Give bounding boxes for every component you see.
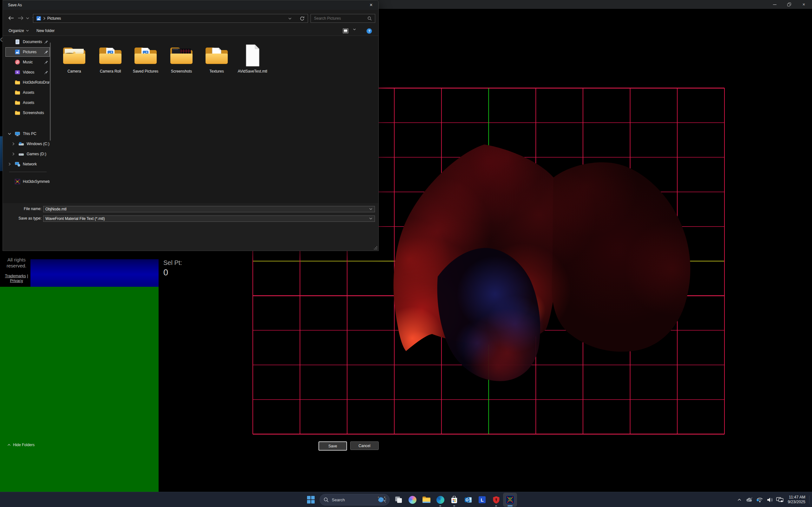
onedrive-tray-icon[interactable] — [745, 493, 754, 506]
running-indicator — [495, 505, 497, 506]
legal-links: Trademarks | Privacy — [2, 274, 31, 283]
search-box[interactable] — [310, 14, 375, 23]
app-close-button[interactable]: × — [797, 0, 811, 9]
sidebar-item-pictures[interactable]: Pictures — [5, 47, 50, 57]
taskbar-center: Search O L — [304, 492, 517, 507]
refresh-button[interactable] — [296, 16, 308, 21]
help-icon: ? — [366, 28, 372, 34]
save-label: Save — [328, 444, 337, 448]
file-label: AVidSaveTest.mtl — [236, 69, 269, 73]
sidebar-item-music[interactable]: Music — [5, 57, 50, 67]
help-button[interactable]: ? — [366, 28, 372, 34]
chevron-up-icon — [7, 444, 11, 446]
sidebar-item-network[interactable]: Network — [5, 159, 50, 169]
resize-grip[interactable] — [374, 246, 377, 250]
save-as-type-select[interactable]: WaveFront Material File Text (*.mtl) — [43, 216, 375, 222]
privacy-link[interactable]: Privacy — [10, 279, 23, 283]
microsoft-store-button[interactable] — [447, 493, 461, 507]
folder-screenshot-icon — [168, 44, 195, 67]
dialog-close-button[interactable]: × — [364, 0, 378, 10]
task-view-button[interactable] — [392, 493, 405, 507]
cancel-button[interactable]: Cancel — [350, 441, 379, 450]
volume-tray-icon[interactable] — [765, 493, 774, 506]
file-label: Screenshots — [165, 69, 198, 73]
chevron-down-icon — [26, 30, 29, 32]
file-item-screenshots[interactable]: Screenshots — [165, 44, 198, 79]
chevron-collapsed-icon — [11, 152, 15, 156]
file-item-avidsavetest[interactable]: AVidSaveTest.mtl — [236, 44, 269, 79]
sidebar-item-assets-1[interactable]: Assets — [5, 88, 50, 97]
svg-text:?: ? — [368, 29, 370, 33]
address-dropdown-button[interactable] — [284, 17, 296, 20]
close-icon: × — [803, 2, 805, 7]
l-app-button[interactable]: L — [475, 493, 489, 507]
computer-icon — [14, 131, 20, 136]
copilot-button[interactable] — [405, 493, 419, 507]
chevron-expanded-icon — [8, 132, 11, 135]
search-highlight-icon — [377, 496, 387, 504]
sidebar-scrollbar[interactable] — [50, 43, 51, 141]
view-mode-button[interactable] — [343, 29, 348, 33]
minimize-icon — [773, 3, 776, 6]
breadcrumb-location[interactable]: Pictures — [47, 16, 61, 20]
trademarks-link[interactable]: Trademarks — [5, 274, 26, 278]
viewport-3d-object — [349, 98, 720, 397]
background-blue-sliver — [0, 136, 3, 171]
task-view-icon — [395, 496, 402, 504]
pin-icon — [44, 70, 48, 74]
organize-button[interactable]: Organize — [9, 29, 29, 33]
sidebar-item-windows-c[interactable]: Windows (C:) — [5, 139, 50, 149]
sidebar-item-videos[interactable]: Videos — [5, 67, 50, 77]
screens-heart-icon — [776, 497, 784, 503]
file-explorer-icon — [422, 496, 431, 504]
recent-locations-button[interactable] — [25, 14, 30, 22]
new-folder-button[interactable]: New folder — [37, 29, 55, 33]
sidebar-item-assets-2[interactable]: Assets — [5, 98, 50, 107]
start-button[interactable] — [304, 493, 318, 507]
app-restore-button[interactable] — [782, 0, 796, 9]
hide-folders-button[interactable]: Hide Folders — [7, 443, 35, 447]
back-arrow-icon — [8, 16, 14, 20]
l-app-icon: L — [478, 496, 486, 504]
cast-tray-icon[interactable] — [775, 493, 784, 506]
sidebar-item-this-pc[interactable]: This PC — [5, 129, 50, 138]
search-input[interactable] — [311, 16, 365, 21]
save-button[interactable]: Save — [318, 441, 347, 451]
forward-button[interactable] — [17, 14, 24, 22]
dialog-titlebar[interactable]: Save As × — [3, 0, 378, 10]
outlook-button[interactable]: O — [461, 493, 475, 507]
file-name-input[interactable] — [44, 207, 363, 212]
back-button[interactable] — [7, 14, 15, 22]
restore-icon — [787, 3, 791, 6]
svg-text:3D: 3D — [508, 497, 512, 500]
taskbar-clock[interactable]: 11:47 AM 9/23/2025 — [788, 495, 805, 504]
file-item-textures[interactable]: Textures — [200, 44, 234, 79]
sidebar-item-screenshots[interactable]: Screenshots — [5, 108, 50, 118]
tray-chevron-button[interactable] — [735, 493, 744, 506]
file-item-saved-pictures[interactable]: Saved Pictures — [129, 44, 162, 79]
sidebar-item-hot3dxsymmetri[interactable]: Hot3dxSymmetri — [5, 177, 50, 186]
chevron-collapsed-icon — [8, 162, 11, 166]
file-name-field[interactable] — [43, 206, 375, 212]
file-item-camera-roll[interactable]: Camera Roll — [94, 44, 127, 79]
network-tray-icon[interactable] — [755, 493, 764, 506]
hot3dx-app-button[interactable]: 3D — [503, 493, 517, 507]
sidebar-item-games-d[interactable]: Games (D:) — [5, 149, 50, 159]
file-item-camera[interactable]: Camera — [57, 44, 91, 79]
copilot-icon — [409, 496, 416, 504]
taskbar-search[interactable]: Search — [320, 494, 390, 505]
breadcrumb-chevron-icon — [43, 17, 45, 20]
pin-icon — [44, 50, 48, 54]
view-mode-dropdown[interactable] — [353, 29, 356, 31]
address-bar[interactable]: Pictures — [33, 14, 308, 23]
edge-button[interactable] — [433, 493, 447, 507]
taskbar-search-label: Search — [332, 498, 345, 502]
svg-text:O: O — [465, 498, 468, 502]
security-shield-button[interactable] — [489, 493, 503, 507]
sidebar-item-hot3dxrotodraw[interactable]: Hot3dxRotoDraw — [5, 78, 50, 87]
app-minimize-button[interactable] — [768, 0, 781, 9]
sidebar-item-documents[interactable]: Documents — [5, 37, 50, 47]
view-mode-icon — [343, 29, 348, 33]
show-desktop-button[interactable] — [809, 496, 809, 504]
file-explorer-button[interactable] — [419, 493, 433, 507]
